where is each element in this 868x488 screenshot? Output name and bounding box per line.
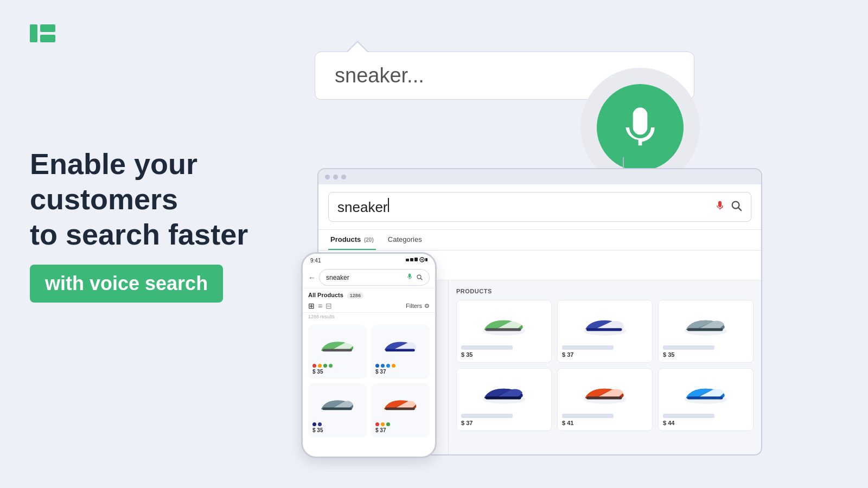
main-headline: Enable your customers to search faster: [30, 146, 290, 252]
mobile-back-btn[interactable]: ←: [308, 273, 316, 282]
color-dot: [329, 364, 333, 368]
mic-inner[interactable]: [597, 84, 684, 171]
mobile-filters-btn[interactable]: Filters ⚙: [406, 303, 430, 310]
svg-rect-9: [486, 396, 521, 399]
mobile-price-1: $ 35: [312, 369, 362, 375]
color-dot: [323, 364, 327, 368]
color-dot: [386, 422, 390, 426]
color-dot: [375, 422, 379, 426]
headline-line3: to search faster: [30, 218, 248, 251]
svg-rect-25: [385, 408, 414, 410]
color-dot: [381, 422, 385, 426]
microphone-icon: [618, 106, 662, 149]
tab-products[interactable]: Products (20): [328, 230, 376, 250]
svg-point-18: [422, 259, 423, 261]
view-icons: ⊞ ≡ ⊟: [308, 301, 332, 310]
mic-red-icon[interactable]: [715, 200, 725, 215]
mobile-search-text: sneaker: [326, 274, 403, 281]
product-price-5: $ 41: [562, 420, 648, 426]
svg-rect-24: [322, 408, 352, 410]
browser-dot-3: [341, 175, 346, 179]
color-dot: [312, 422, 316, 426]
products-grid: $ 35 $ 37: [456, 300, 754, 431]
desktop-search-text: sneaker: [337, 198, 710, 216]
shoe-img-2: [580, 309, 629, 339]
products-col: PRODUCTS $ 35: [449, 280, 761, 455]
mobile-search-row: ← sneaker: [303, 267, 435, 288]
svg-rect-23: [385, 349, 414, 352]
grid-view-icon[interactable]: ⊞: [308, 301, 315, 310]
svg-rect-22: [322, 349, 352, 352]
color-dot: [318, 422, 322, 426]
cursor: [388, 198, 389, 212]
headline-line1: Enable your: [30, 147, 197, 180]
shoe-img-1: [480, 309, 528, 339]
left-content: Enable your customers to search faster w…: [30, 146, 290, 303]
mobile-results-count: 1286 results: [303, 313, 435, 320]
color-dot: [381, 364, 385, 368]
svg-rect-7: [687, 328, 723, 331]
color-dot: [318, 364, 322, 368]
browser-bar: [318, 169, 761, 184]
svg-rect-3: [486, 328, 521, 331]
voice-badge: with voice search: [30, 265, 223, 303]
tab-categories[interactable]: Categories: [386, 230, 424, 250]
speech-text: sneaker...: [335, 64, 424, 87]
compact-view-icon[interactable]: ⊟: [326, 301, 332, 310]
search-icon[interactable]: [730, 200, 742, 215]
mobile-shoe-4: [380, 391, 421, 417]
browser-dot-1: [325, 175, 330, 179]
shoe-img-3: [681, 309, 730, 339]
product-card-5[interactable]: $ 41: [557, 368, 653, 431]
mobile-mockup: 9:41 ← sneaker All Products: [301, 252, 437, 458]
mobile-shoe-3: [317, 391, 358, 417]
mobile-price-3: $ 35: [312, 427, 362, 433]
shoe-img-5: [580, 377, 629, 407]
product-price-2: $ 37: [562, 351, 648, 358]
product-card-1[interactable]: $ 35: [456, 300, 552, 363]
products-title: PRODUCTS: [456, 288, 754, 294]
color-dot: [375, 364, 379, 368]
svg-rect-16: [414, 258, 418, 261]
svg-rect-5: [586, 328, 622, 331]
product-card-6[interactable]: $ 44: [658, 368, 754, 431]
product-price-1: $ 35: [461, 351, 547, 358]
mobile-all-products: All Products 1286: [303, 288, 435, 299]
svg-rect-19: [425, 258, 427, 261]
color-dot: [386, 364, 390, 368]
shoe-img-4: [480, 377, 528, 407]
mobile-products-grid: $ 35 $ 37: [303, 320, 435, 442]
browser-dot-2: [333, 175, 338, 179]
list-view-icon[interactable]: ≡: [318, 301, 322, 310]
mobile-product-3[interactable]: $ 35: [308, 383, 367, 438]
mobile-product-4[interactable]: $ 37: [371, 383, 430, 438]
mobile-shoe-2: [380, 332, 421, 358]
desktop-tabs-row: Products (20) Categories: [318, 230, 761, 251]
svg-rect-13: [687, 396, 723, 399]
mobile-search-input[interactable]: sneaker: [319, 269, 430, 286]
mobile-product-1[interactable]: $ 35: [308, 325, 367, 379]
mobile-mic-icon[interactable]: [406, 273, 413, 282]
mobile-product-2[interactable]: $ 37: [371, 325, 430, 379]
logo: [30, 24, 55, 42]
svg-line-1: [738, 208, 741, 210]
product-price-6: $ 44: [663, 420, 749, 426]
product-price-3: $ 35: [663, 351, 749, 358]
mobile-search-btn[interactable]: [416, 273, 423, 282]
desktop-search-row: sneaker: [318, 184, 761, 230]
mobile-shoe-1: [317, 332, 358, 358]
product-card-4[interactable]: $ 37: [456, 368, 552, 431]
headline-line2: customers: [30, 183, 178, 215]
product-card-2[interactable]: $ 37: [557, 300, 653, 363]
shoe-img-6: [681, 377, 730, 407]
mobile-status-bar: 9:41: [303, 254, 435, 267]
mobile-view-row: ⊞ ≡ ⊟ Filters ⚙: [303, 299, 435, 313]
svg-rect-14: [406, 259, 409, 261]
voice-bubble: sneaker...: [315, 52, 694, 100]
color-dot: [392, 364, 395, 368]
product-price-4: $ 37: [461, 420, 547, 426]
svg-line-21: [420, 278, 422, 280]
mobile-count-badge: 1286: [347, 292, 363, 299]
desktop-search-input-box[interactable]: sneaker: [328, 192, 751, 222]
product-card-3[interactable]: $ 35: [658, 300, 754, 363]
